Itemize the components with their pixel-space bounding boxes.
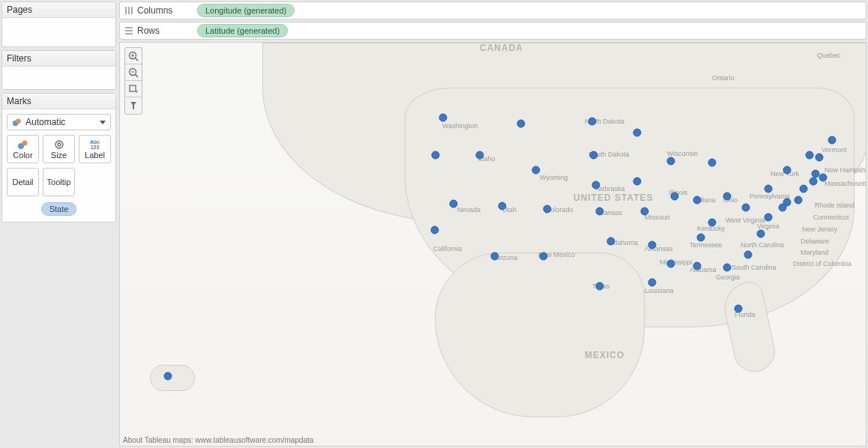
color-label: Color: [13, 151, 32, 160]
state-dot[interactable]: [431, 226, 439, 234]
region-label: Rhode Island: [815, 202, 855, 209]
state-dot[interactable]: [588, 118, 597, 126]
color-button[interactable]: Color: [7, 135, 39, 163]
region-label: Wyoming: [540, 174, 567, 181]
filters-panel: Filters: [1, 50, 116, 90]
state-dot[interactable]: [596, 282, 604, 291]
state-dot[interactable]: [641, 208, 649, 216]
zoom-area-button[interactable]: +: [125, 81, 142, 97]
svg-line-13: [136, 58, 139, 61]
state-dot[interactable]: [800, 185, 808, 193]
state-dot[interactable]: [697, 234, 705, 242]
region-label: Delaware: [801, 237, 829, 245]
state-dot[interactable]: [543, 205, 552, 214]
zoom-out-button[interactable]: [125, 64, 142, 81]
label-mexico: MEXICO: [585, 350, 624, 360]
detail-shelf[interactable]: State: [7, 201, 111, 217]
region-label: Ontario: [712, 74, 735, 82]
state-dot[interactable]: [819, 174, 828, 182]
state-dot[interactable]: [432, 151, 440, 160]
detail-button[interactable]: Detail: [7, 168, 39, 196]
state-dot[interactable]: [532, 166, 540, 175]
state-dot[interactable]: [164, 372, 172, 381]
state-dot[interactable]: [592, 181, 600, 190]
state-dot[interactable]: [779, 204, 787, 212]
svg-rect-8: [131, 7, 133, 14]
marks-title: Marks: [2, 94, 115, 109]
pages-dropzone[interactable]: [2, 18, 115, 46]
state-dot[interactable]: [596, 208, 604, 216]
state-dot[interactable]: [723, 264, 732, 272]
region-label: Washington: [442, 122, 477, 130]
state-dot[interactable]: [498, 202, 507, 211]
rows-text: Rows: [137, 25, 160, 36]
svg-point-4: [55, 141, 63, 148]
state-dot[interactable]: [810, 178, 818, 186]
marks-panel: Marks Automatic: [1, 93, 116, 223]
state-dot[interactable]: [828, 136, 837, 145]
svg-rect-10: [125, 30, 133, 31]
svg-rect-9: [125, 27, 133, 28]
state-dot[interactable]: [806, 151, 814, 160]
state-dot[interactable]: [783, 166, 792, 175]
state-dot[interactable]: [476, 151, 484, 160]
state-dot[interactable]: [742, 204, 750, 212]
region-label: Georgia: [716, 273, 740, 281]
state-dot[interactable]: [723, 193, 732, 201]
state-dot[interactable]: [450, 200, 458, 208]
zoom-in-button[interactable]: [125, 48, 142, 64]
map-background: CANADA UNITED STATES MEXICO QuebecOntari…: [120, 43, 866, 446]
state-dot[interactable]: [671, 193, 679, 201]
state-dot[interactable]: [517, 120, 525, 128]
state-dot[interactable]: [633, 178, 642, 186]
region-label: Maryland: [801, 249, 828, 256]
state-dot[interactable]: [816, 154, 824, 162]
state-dot[interactable]: [693, 262, 702, 270]
marks-type-dropdown[interactable]: Automatic: [7, 114, 111, 130]
state-dot[interactable]: [708, 159, 717, 167]
region-label: New Jersey: [802, 225, 837, 233]
region-label: District of Columbia: [793, 260, 852, 267]
rows-icon: [124, 26, 133, 35]
state-dot[interactable]: [765, 185, 773, 193]
label-button[interactable]: Abc123 Label: [79, 135, 111, 163]
state-dot[interactable]: [757, 230, 765, 238]
state-dot[interactable]: [735, 305, 743, 313]
state-dot[interactable]: [491, 252, 499, 261]
state-dot[interactable]: [439, 114, 447, 122]
region-label: South Carolina: [732, 264, 777, 271]
state-dot[interactable]: [590, 151, 598, 160]
state-dot[interactable]: [765, 214, 773, 222]
state-dot[interactable]: [648, 241, 657, 249]
state-dot[interactable]: [795, 196, 803, 205]
filters-dropzone[interactable]: [2, 67, 115, 89]
state-dot[interactable]: [667, 260, 675, 268]
marks-buttons-row2: Detail Tooltip: [7, 168, 111, 196]
map-visualization[interactable]: CANADA UNITED STATES MEXICO QuebecOntari…: [119, 42, 867, 447]
filters-title: Filters: [2, 51, 115, 67]
size-icon: [53, 139, 65, 150]
land-hawaii: [150, 365, 195, 391]
region-label: Massachusetts: [825, 180, 867, 187]
rows-shelf[interactable]: Rows Latitude (generated): [119, 22, 867, 40]
state-pill[interactable]: State: [41, 202, 77, 216]
state-dot[interactable]: [708, 219, 717, 227]
region-label: Missouri: [645, 214, 670, 221]
state-dot[interactable]: [607, 237, 615, 246]
state-dot[interactable]: [648, 279, 657, 287]
land-mexico: [435, 252, 645, 417]
latitude-pill[interactable]: Latitude (generated): [197, 24, 288, 37]
state-dot[interactable]: [540, 252, 548, 261]
columns-shelf[interactable]: Columns Longitude (generated): [119, 1, 867, 19]
state-dot[interactable]: [633, 129, 642, 137]
pin-button[interactable]: [125, 97, 142, 114]
region-label: Tennessee: [690, 241, 723, 249]
state-dot[interactable]: [744, 251, 753, 259]
state-dot[interactable]: [693, 196, 702, 205]
state-dot[interactable]: [667, 157, 675, 166]
tooltip-button[interactable]: Tooltip: [43, 168, 75, 196]
label-canada: CANADA: [480, 43, 523, 53]
size-button[interactable]: Size: [43, 135, 75, 163]
longitude-pill[interactable]: Longitude (generated): [197, 4, 295, 17]
app-root: Pages Filters Marks Automatic: [0, 0, 868, 448]
